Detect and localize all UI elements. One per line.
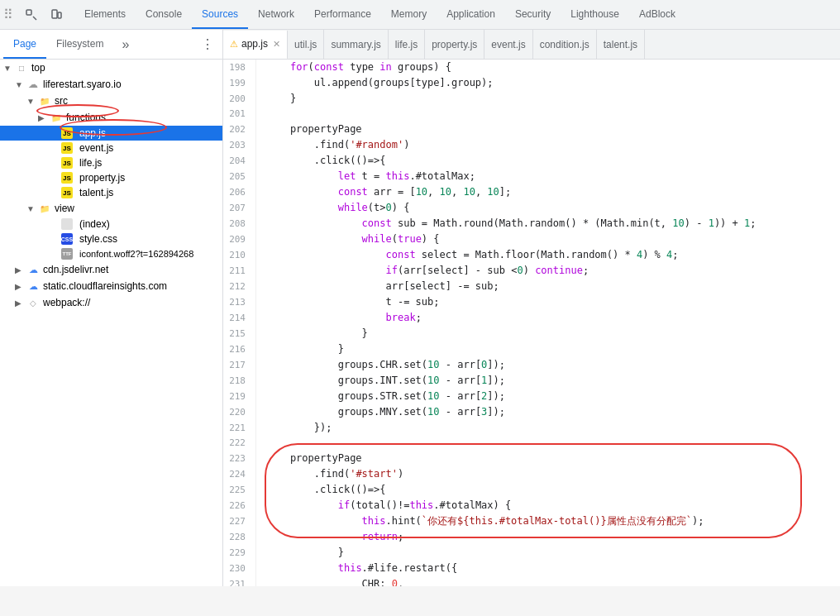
code-tab-appjs-label: app.js [241,38,268,50]
tree-item-talentjs[interactable]: ▶ JS talent.js [0,185,222,200]
line-content-217: groups.CHR.set(10 - arr[0]); [256,357,840,373]
tab-adblock[interactable]: AdBlock [629,0,685,29]
code-line-225: 225 .click(()=>{ [223,482,840,498]
code-tab-conditionjs[interactable]: condition.js [533,30,597,59]
code-line-207: 207 while(t>0) { [223,200,840,216]
tab-console[interactable]: Console [136,0,192,29]
code-line-208: 208 const sub = Math.round(Math.random()… [223,216,840,232]
tree-item-view[interactable]: ▼ 📁 view [0,200,222,217]
sidebar-more-button[interactable]: » [117,36,134,54]
tree-item-top[interactable]: ▼ □ top [0,60,222,76]
code-tab-summaryjs[interactable]: summary.js [324,30,388,59]
tree-label-top: top [31,62,45,74]
line-content-213: t -= sub; [256,294,840,310]
close-appjs-button[interactable]: ✕ [273,39,280,50]
line-num-203: 203 [223,137,256,153]
tab-application[interactable]: Application [437,0,505,29]
tab-network[interactable]: Network [248,0,304,29]
code-line-206: 206 const arr = [10, 10, 10, 10]; [223,184,840,200]
line-num-211: 211 [223,263,256,279]
tree-item-stylecss[interactable]: ▶ CSS style.css [0,232,222,246]
arrow-icon-cdn: ▶ [15,265,26,275]
code-tab-talentjs[interactable]: talent.js [597,30,645,59]
code-line-215: 215 } [223,326,840,341]
tab-security[interactable]: Security [505,0,561,29]
tab-memory[interactable]: Memory [381,0,437,29]
code-line-202: 202 propertyPage [223,122,840,137]
line-content-231: CHR: 0, [256,576,840,586]
code-tab-lifejs[interactable]: life.js [389,30,425,59]
line-num-212: 212 [223,279,256,294]
tree-item-propertyjs[interactable]: ▶ JS property.js [0,170,222,185]
line-content-219: groups.STR.set(10 - arr[2]); [256,389,840,404]
code-line-205: 205 let t = this.#totalMax; [223,169,840,184]
tree-label-lifejs: life.js [79,157,102,169]
tree-item-functions[interactable]: ▶ 📁 functions [0,109,222,126]
code-tab-propertyjs[interactable]: property.js [425,30,484,59]
line-content-206: const arr = [10, 10, 10, 10]; [256,184,840,200]
tree-item-webpack[interactable]: ▶ ◇ webpack:// [0,294,222,311]
line-num-227: 227 [223,513,256,529]
code-tab-eventjs[interactable]: event.js [484,30,532,59]
line-num-226: 226 [223,498,256,513]
tab-sources[interactable]: Sources [192,0,248,29]
functions-folder-icon: 📁 [50,111,63,124]
line-num-231: 231 [223,576,256,586]
tree-item-lifejs[interactable]: ▶ JS life.js [0,155,222,170]
arrow-icon-src: ▼ [26,97,38,106]
line-content-216: } [256,341,840,357]
code-line-201: 201 [223,107,840,122]
tree-label-cloudflare: static.cloudflareinsights.com [43,280,167,292]
tab-performance[interactable]: Performance [304,0,381,29]
line-content-225: .click(()=>{ [256,482,840,498]
line-num-219: 219 [223,389,256,404]
tree-item-cdn[interactable]: ▶ ☁ cdn.jsdelivr.net [0,261,222,278]
line-content-228: return; [256,529,840,545]
lifejs-icon: JS [61,157,73,169]
line-num-224: 224 [223,466,256,482]
arrow-icon-cloudflare: ▶ [15,282,26,291]
domain-icon: ☁ [26,78,40,91]
line-num-214: 214 [223,310,256,326]
code-line-198: 198 for(const type in groups) { [223,60,840,75]
tree-item-eventjs[interactable]: ▶ JS event.js [0,141,222,155]
tree-item-src[interactable]: ▼ 📁 src [0,93,222,109]
code-tab-eventjs-label: event.js [491,39,525,50]
code-line-224: 224 .find('#start') [223,466,840,482]
inspect-element-button[interactable] [20,3,43,26]
tree-label-liferestart: liferestart.syaro.io [43,79,122,90]
tree-item-cloudflare[interactable]: ▶ ☁ static.cloudflareinsights.com [0,278,222,294]
tab-elements[interactable]: Elements [74,0,136,29]
tree-label-index: (index) [79,218,110,230]
line-num-217: 217 [223,357,256,373]
line-content-224: .find('#start') [256,466,840,482]
code-editor[interactable]: 198 for(const type in groups) { 199 ul.a… [223,60,840,586]
tree-label-cdn: cdn.jsdelivr.net [43,264,108,275]
tree-label-propertyjs: property.js [79,172,125,184]
code-lines: 198 for(const type in groups) { 199 ul.a… [223,60,840,586]
tree-item-index[interactable]: ▶ (index) [0,217,222,232]
code-line-228: 228 return; [223,529,840,545]
line-content-221: }); [256,420,840,436]
line-num-222: 222 [223,436,256,451]
sidebar-tab-bar: Page Filesystem » ⋮ [0,30,222,60]
code-line-211: 211 if(arr[select] - sub <0) continue; [223,263,840,279]
src-folder-icon: 📁 [38,94,51,107]
code-line-221: 221 }); [223,420,840,436]
line-num-228: 228 [223,529,256,545]
code-line-199: 199 ul.append(groups[type].group); [223,75,840,91]
device-toggle-button[interactable] [45,3,68,26]
tab-lighthouse[interactable]: Lighthouse [561,0,629,29]
code-tab-utiljs[interactable]: util.js [288,30,324,59]
line-num-225: 225 [223,482,256,498]
line-num-200: 200 [223,91,256,107]
sidebar-menu-button[interactable]: ⋮ [196,33,219,56]
line-num-204: 204 [223,153,256,169]
sidebar-tab-filesystem[interactable]: Filesystem [46,30,113,59]
tree-item-appjs[interactable]: ▶ JS app.js [0,126,222,141]
sidebar-tab-page[interactable]: Page [3,30,46,59]
code-tab-appjs[interactable]: ⚠ app.js ✕ [223,31,288,60]
tree-item-liferestart[interactable]: ▼ ☁ liferestart.syaro.io [0,76,222,93]
iconfont-icon: TTF [61,248,73,260]
tree-item-iconfont[interactable]: ▶ TTF iconfont.woff2?t=162894268 [0,246,222,261]
